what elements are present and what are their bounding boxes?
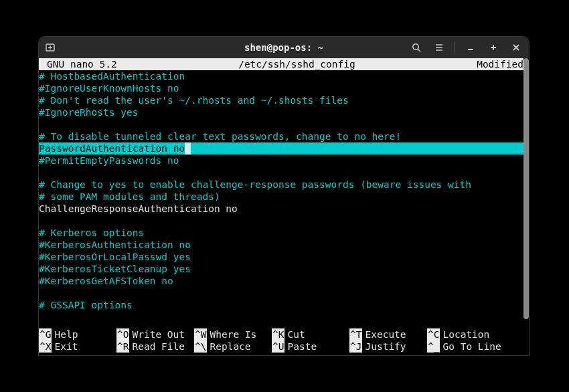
window-title: shen@pop-os: ~ bbox=[39, 42, 529, 53]
help-item-readfile: ^RRead File bbox=[116, 340, 194, 353]
code-line: # Don't read the user's ~/.rhosts and ~/… bbox=[39, 94, 529, 106]
help-item-whereis: ^WWhere Is bbox=[194, 328, 272, 340]
nano-statusbar: GNU nano 5.2 /etc/ssh/sshd_config Modifi… bbox=[39, 58, 529, 70]
help-item-gotoline: ^_Go To Line bbox=[427, 340, 505, 353]
help-item-replace: ^\Replace bbox=[194, 340, 272, 353]
nano-helpbar: ^GHelp ^OWrite Out ^WWhere Is ^KCut ^TEx… bbox=[39, 328, 521, 355]
code-line: ChallengeResponseAuthentication no bbox=[39, 203, 529, 215]
help-item-exit: ^XExit bbox=[39, 340, 116, 353]
nano-app-name: GNU nano 5.2 bbox=[42, 58, 117, 70]
code-line: # To disable tunneled clear text passwor… bbox=[39, 130, 529, 142]
editor-content[interactable]: # HostbasedAuthentication #IgnoreUserKno… bbox=[39, 70, 529, 311]
help-item-execute: ^TExecute bbox=[349, 328, 427, 340]
terminal-area[interactable]: GNU nano 5.2 /etc/ssh/sshd_config Modifi… bbox=[39, 58, 529, 355]
blank-line bbox=[39, 287, 529, 299]
code-line: # some PAM modules and threads) bbox=[39, 191, 529, 203]
scrollbar[interactable] bbox=[523, 58, 529, 355]
titlebar: shen@pop-os: ~ bbox=[39, 37, 529, 58]
blank-line bbox=[39, 167, 529, 179]
code-line: #IgnoreRhosts yes bbox=[39, 106, 529, 118]
code-line: #KerberosAuthentication no bbox=[39, 239, 529, 251]
help-item-cut: ^KCut bbox=[272, 328, 349, 340]
nano-filename: /etc/ssh/sshd_config bbox=[117, 58, 477, 70]
help-item-justify: ^JJustify bbox=[349, 340, 427, 353]
highlighted-line: PasswordAuthentication no bbox=[39, 142, 529, 155]
terminal-window: shen@pop-os: ~ GNU nano 5.2 /etc/ssh/ssh… bbox=[39, 37, 529, 355]
cursor bbox=[185, 142, 191, 155]
code-line: #KerberosOrLocalPasswd yes bbox=[39, 251, 529, 263]
code-line: # Change to yes to enable challenge-resp… bbox=[39, 179, 529, 191]
code-line: #PermitEmptyPasswords no bbox=[39, 155, 529, 167]
help-item-paste: ^UPaste bbox=[272, 340, 349, 353]
nano-modified-status: Modified bbox=[477, 58, 526, 70]
help-item-location: ^CLocation bbox=[427, 328, 505, 340]
code-line: # GSSAPI options bbox=[39, 299, 529, 311]
code-line: # Kerberos options bbox=[39, 227, 529, 239]
blank-line bbox=[39, 215, 529, 227]
highlight-fill bbox=[191, 142, 529, 155]
blank-line bbox=[39, 118, 529, 130]
code-line: #IgnoreUserKnownHosts no bbox=[39, 82, 529, 94]
help-item-help: ^GHelp bbox=[39, 328, 116, 340]
highlighted-text: PasswordAuthentication no bbox=[39, 142, 185, 155]
code-line: #KerberosTicketCleanup yes bbox=[39, 263, 529, 275]
code-line: # HostbasedAuthentication bbox=[39, 70, 529, 82]
code-line: #KerberosGetAFSToken no bbox=[39, 275, 529, 287]
scroll-thumb[interactable] bbox=[523, 58, 529, 319]
help-item-writeout: ^OWrite Out bbox=[116, 328, 194, 340]
